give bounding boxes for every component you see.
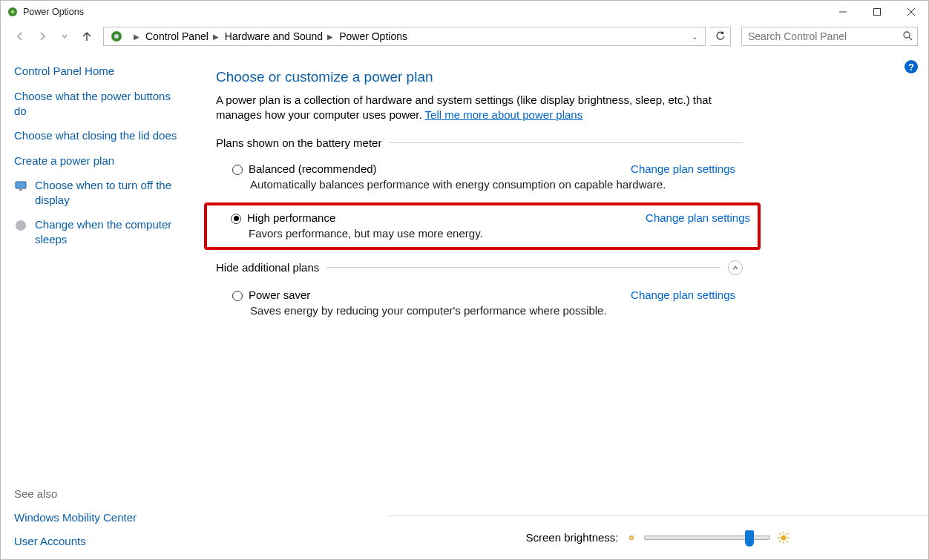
page-title: Choose or customize a power plan (216, 69, 912, 85)
forward-button[interactable] (33, 27, 51, 45)
search-box[interactable] (741, 27, 918, 46)
sidebar-link-power-buttons[interactable]: Choose what the power buttons do (14, 89, 183, 118)
svg-point-14 (781, 535, 786, 540)
plan-power-saver: Power saver Change plan settings Saves e… (216, 283, 743, 324)
learn-more-link[interactable]: Tell me more about power plans (425, 108, 583, 121)
change-settings-balanced[interactable]: Change plan settings (631, 162, 735, 175)
app-icon (7, 6, 19, 18)
title-bar: Power Options (1, 1, 928, 23)
section-plans-shown: Plans shown on the battery meter (216, 136, 743, 149)
refresh-button[interactable] (710, 27, 731, 46)
maximize-button[interactable] (860, 1, 894, 23)
display-icon (14, 179, 27, 193)
svg-point-11 (16, 220, 26, 231)
svg-rect-2 (874, 9, 881, 16)
radio-power-saver[interactable] (232, 291, 243, 301)
sidebar: Control Panel Home Choose what the power… (1, 56, 194, 559)
radio-high-performance[interactable] (231, 214, 241, 224)
recent-dropdown[interactable] (56, 27, 73, 45)
plan-balanced: Balanced (recommended) Change plan setti… (216, 157, 743, 198)
plan-desc-balanced: Automatically balances performance with … (250, 178, 735, 191)
search-icon[interactable] (902, 30, 913, 43)
control-panel-home-link[interactable]: Control Panel Home (14, 65, 183, 77)
breadcrumb-leaf[interactable]: Power Options (336, 30, 410, 42)
brightness-bar: Screen brightness: (387, 515, 928, 559)
sidebar-link-turn-off-display[interactable]: Choose when to turn off the display (14, 178, 183, 207)
change-settings-high-performance[interactable]: Change plan settings (646, 211, 750, 224)
plan-name-high-performance[interactable]: High performance (247, 211, 335, 224)
svg-point-6 (114, 34, 119, 39)
breadcrumb-mid[interactable]: Hardware and Sound▶ (222, 30, 336, 42)
breadcrumb-sep-0[interactable]: ▶ (126, 33, 142, 41)
plan-high-performance-highlight: High performance Change plan settings Fa… (204, 202, 761, 250)
main-content: ? Choose or customize a power plan A pow… (194, 56, 928, 559)
see-also-label: See also (14, 487, 183, 500)
svg-point-13 (630, 536, 632, 538)
back-button[interactable] (11, 27, 29, 45)
see-also-user-accounts[interactable]: User Accounts (14, 534, 183, 549)
window-title: Power Options (23, 7, 826, 17)
brightness-slider[interactable] (644, 536, 770, 540)
sidebar-link-create-plan[interactable]: Create a power plan (14, 154, 183, 168)
see-also-mobility-center[interactable]: Windows Mobility Center (14, 510, 183, 525)
svg-line-8 (909, 37, 912, 40)
radio-balanced[interactable] (232, 165, 243, 175)
svg-line-19 (779, 533, 781, 535)
brightness-label: Screen brightness: (525, 531, 618, 544)
address-dropdown[interactable]: ⌄ (687, 33, 702, 41)
svg-line-21 (787, 533, 788, 535)
brightness-thumb[interactable] (745, 530, 754, 547)
address-bar[interactable]: ▶ Control Panel▶ Hardware and Sound▶ Pow… (103, 27, 706, 46)
section-hide-additional: Hide additional plans (216, 260, 743, 275)
sun-dim-icon (626, 533, 637, 543)
sidebar-link-closing-lid[interactable]: Choose what closing the lid does (14, 128, 183, 143)
breadcrumb-root[interactable]: Control Panel▶ (142, 30, 222, 42)
svg-line-22 (779, 541, 781, 542)
plan-desc-high-performance: Favors performance, but may use more ene… (249, 227, 750, 240)
help-icon[interactable]: ? (905, 60, 918, 73)
minimize-button[interactable] (826, 1, 860, 23)
page-description: A power plan is a collection of hardware… (216, 93, 735, 123)
sun-bright-icon (778, 532, 790, 544)
control-panel-icon (110, 30, 123, 43)
plan-name-balanced[interactable]: Balanced (recommended) (249, 162, 377, 175)
svg-line-20 (787, 541, 788, 542)
plan-desc-power-saver: Saves energy by reducing your computer's… (250, 304, 735, 317)
moon-icon (14, 219, 27, 232)
search-input[interactable] (746, 30, 902, 43)
svg-point-7 (904, 32, 910, 38)
sidebar-link-computer-sleeps[interactable]: Change when the computer sleeps (14, 217, 183, 246)
collapse-additional-plans-button[interactable] (728, 260, 743, 275)
svg-rect-9 (16, 182, 26, 188)
up-button[interactable] (78, 27, 96, 45)
plan-name-power-saver[interactable]: Power saver (249, 289, 310, 301)
close-button[interactable] (894, 1, 928, 23)
svg-rect-10 (19, 189, 22, 191)
change-settings-power-saver[interactable]: Change plan settings (631, 289, 735, 301)
nav-row: ▶ Control Panel▶ Hardware and Sound▶ Pow… (1, 23, 928, 50)
